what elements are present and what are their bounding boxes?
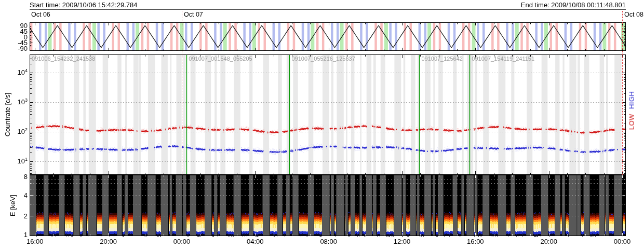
- x-tick-label: 16:00: [22, 238, 48, 245]
- detector-legend: LOWHIGH: [628, 91, 636, 130]
- date-label: Oct 07: [184, 11, 203, 18]
- file-label: 091006_154232_241538: [32, 56, 95, 62]
- x-tick-label: 20:00: [536, 238, 562, 245]
- end-time-label: End time: 2009/10/08 00:11:48.801: [521, 1, 626, 9]
- header-rule: [30, 9, 626, 10]
- legend-high: HIGH: [628, 91, 636, 109]
- date-label: Oct 08: [624, 11, 643, 18]
- x-tick-label: 20:00: [96, 238, 122, 245]
- figure: Start time: 2009/10/06 15:42:29.784 End …: [0, 0, 644, 249]
- date-label: Oct 06: [31, 11, 50, 18]
- y-tick-label: 101: [0, 157, 28, 165]
- file-label: 091007_125642: [421, 56, 463, 62]
- start-time-label: Start time: 2009/10/06 15:42:29.784: [30, 1, 137, 9]
- y-tick-label: -90: [0, 45, 28, 52]
- y-tick-label: 8: [0, 173, 28, 181]
- legend-low: LOW: [628, 114, 636, 130]
- x-tick-label: 12:00: [389, 238, 415, 245]
- y-tick-label: 104: [0, 68, 28, 76]
- x-tick-label: 04:00: [242, 238, 268, 245]
- file-label: 091007_055216_125637: [291, 56, 355, 62]
- countrate-axis-title: Countrate [c/s]: [4, 93, 11, 137]
- plot-canvas: [0, 0, 644, 249]
- x-tick-label: 00:00: [169, 238, 195, 245]
- x-tick-label: 16:00: [462, 238, 488, 245]
- file-label: 091007_001548_055205: [189, 56, 252, 62]
- energy-axis-title: E [keV]: [9, 195, 17, 216]
- x-tick-label: 08:00: [316, 238, 342, 245]
- x-tick-label: 00:00: [609, 238, 635, 245]
- file-label: 091007_154119_241151: [472, 56, 534, 62]
